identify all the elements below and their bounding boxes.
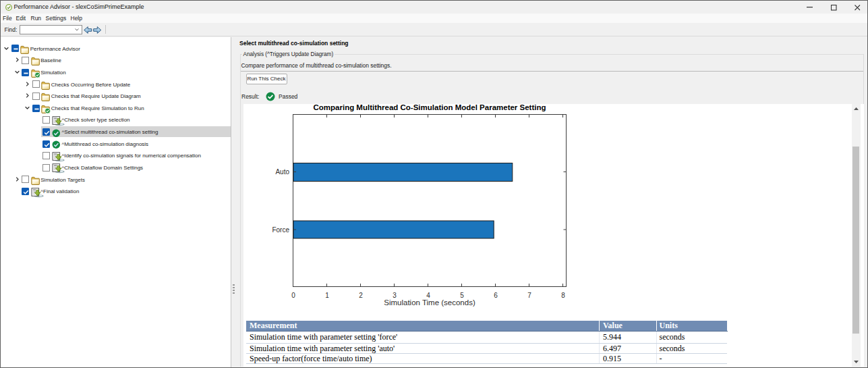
- svg-text:6: 6: [494, 292, 498, 299]
- svg-text:7: 7: [527, 292, 531, 299]
- svg-text:2: 2: [359, 292, 363, 299]
- svg-text:1: 1: [325, 292, 329, 299]
- svg-text:Comparing Multithread Co-Simul: Comparing Multithread Co-Simulation Mode…: [313, 104, 546, 111]
- svg-text:8: 8: [561, 292, 565, 299]
- svg-text:Simulation Time (seconds): Simulation Time (seconds): [384, 298, 475, 307]
- svg-text:0: 0: [291, 292, 295, 299]
- svg-text:Force: Force: [272, 226, 289, 233]
- svg-text:Auto: Auto: [275, 168, 289, 176]
